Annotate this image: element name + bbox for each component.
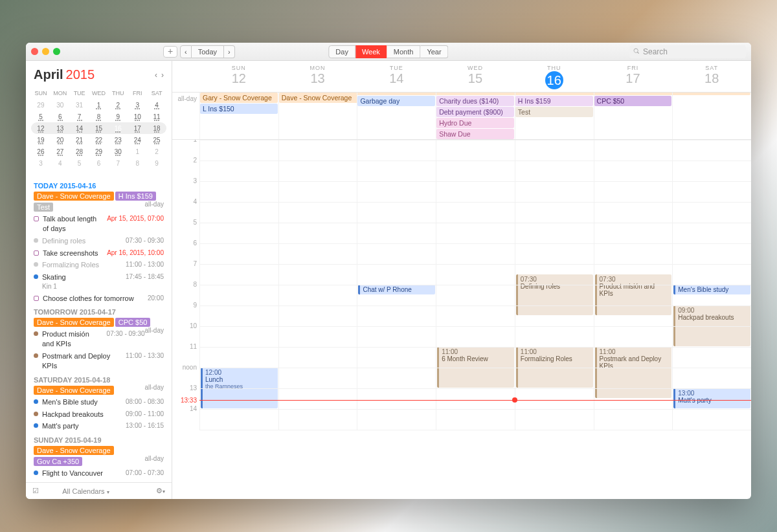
- mini-day[interactable]: 8: [128, 160, 147, 167]
- mini-day[interactable]: 28: [70, 148, 89, 155]
- mini-day[interactable]: 29: [89, 148, 109, 155]
- mini-prev-button[interactable]: ‹: [155, 71, 157, 80]
- event-chip[interactable]: Dave - Snow Coverage: [34, 318, 114, 327]
- view-tab-day[interactable]: Day: [328, 45, 355, 58]
- close-icon[interactable]: [31, 48, 38, 55]
- allday-event[interactable]: Charity dues ($140): [436, 96, 514, 106]
- mini-day[interactable]: 23: [108, 137, 128, 144]
- allday-column[interactable]: Dave - Snow Coverage: [278, 93, 357, 139]
- mini-day[interactable]: 21: [70, 137, 89, 144]
- calendar-event[interactable]: 11:00Postmark and Deploy KPIs: [595, 347, 672, 398]
- allday-column[interactable]: [672, 93, 751, 139]
- mini-day[interactable]: 4: [51, 160, 70, 167]
- allday-event[interactable]: H Ins $159: [515, 96, 593, 106]
- event-chip[interactable]: Dave - Snow Coverage: [34, 192, 114, 201]
- allday-column[interactable]: Garbage day: [357, 93, 436, 139]
- calendar-filter-button[interactable]: All Calendars ▾: [62, 487, 109, 495]
- allday-event[interactable]: CPC $50: [594, 96, 672, 106]
- mini-day[interactable]: 9: [108, 113, 128, 120]
- checkmark-icon[interactable]: ☑︎: [32, 487, 39, 495]
- allday-column[interactable]: H Ins $159Test: [515, 93, 594, 139]
- mini-day[interactable]: 10: [128, 113, 147, 120]
- agenda-item[interactable]: Postmark and Deploy KPIs11:00 - 13:30: [34, 351, 164, 371]
- mini-day[interactable]: 31: [70, 102, 89, 109]
- mini-day[interactable]: 11: [147, 113, 166, 120]
- allday-event[interactable]: [515, 93, 594, 95]
- agenda-item[interactable]: Take screenshotsApr 16, 2015, 10:00: [34, 249, 164, 258]
- mini-day[interactable]: 20: [51, 137, 70, 144]
- mini-day[interactable]: 12: [31, 125, 51, 132]
- agenda-item[interactable]: Talk about length of daysApr 15, 2015, 0…: [34, 214, 164, 234]
- allday-event[interactable]: Hydro Due: [436, 118, 514, 128]
- mini-day[interactable]: 9: [147, 160, 166, 167]
- mini-day[interactable]: 1: [128, 148, 147, 155]
- mini-calendar[interactable]: SUNMONTUEWEDTHUFRISAT 293031123456789101…: [26, 85, 172, 173]
- calendar-event[interactable]: 13:00Matt's party: [673, 388, 750, 408]
- allday-column[interactable]: CPC $50: [594, 93, 673, 139]
- event-chip[interactable]: CPC $50: [115, 318, 151, 327]
- mini-day[interactable]: 7: [108, 160, 128, 167]
- agenda-item[interactable]: Product misión and KPIs07:30 - 09:30: [34, 329, 145, 349]
- today-button[interactable]: Today: [192, 45, 224, 58]
- mini-day[interactable]: 30: [108, 148, 128, 155]
- checkbox-icon[interactable]: [34, 216, 39, 221]
- minimize-icon[interactable]: [42, 48, 49, 55]
- zoom-icon[interactable]: [53, 48, 60, 55]
- allday-event[interactable]: L Ins $150: [200, 104, 278, 114]
- search-input[interactable]: Search: [629, 45, 746, 58]
- mini-day[interactable]: 7: [70, 113, 89, 120]
- calendar-event[interactable]: 07:30Defining roles: [516, 274, 593, 315]
- allday-event[interactable]: Test: [515, 107, 593, 117]
- mini-day[interactable]: 8: [89, 113, 109, 120]
- event-chip[interactable]: Dave - Snow Coverage: [34, 386, 114, 395]
- mini-day[interactable]: 13: [51, 125, 70, 132]
- mini-day[interactable]: 6: [89, 160, 109, 167]
- allday-event[interactable]: Dave - Snow Coverage: [279, 93, 358, 103]
- mini-day[interactable]: 30: [51, 102, 70, 109]
- agenda-item[interactable]: Defining roles07:30 - 09:30: [34, 236, 164, 246]
- day-header[interactable]: WED15: [436, 61, 515, 92]
- agenda-item[interactable]: SkatingKin 117:45 - 18:45: [34, 272, 164, 291]
- day-header[interactable]: MON13: [278, 61, 357, 92]
- mini-day[interactable]: 5: [70, 160, 89, 167]
- event-chip[interactable]: Dave - Snow Coverage: [34, 446, 114, 455]
- next-week-button[interactable]: ›: [224, 45, 235, 58]
- week-grid[interactable]: 1234567891011noon1314 12:00Lunchthe Ramn…: [172, 140, 751, 499]
- mini-day[interactable]: 17: [128, 125, 147, 132]
- mini-day[interactable]: 19: [31, 137, 51, 144]
- day-header[interactable]: THU16: [515, 61, 594, 92]
- mini-day[interactable]: 16: [108, 125, 128, 132]
- mini-day[interactable]: 2: [147, 148, 166, 155]
- add-event-button[interactable]: +: [163, 46, 177, 58]
- allday-column[interactable]: Charity dues ($140)Debt payment ($900)Hy…: [436, 93, 515, 139]
- day-header[interactable]: SUN12: [199, 61, 278, 92]
- mini-next-button[interactable]: ›: [161, 71, 164, 80]
- mini-day[interactable]: 14: [70, 125, 89, 132]
- mini-day[interactable]: 29: [31, 102, 51, 109]
- calendar-event[interactable]: Chat w/ P Rhone: [358, 285, 435, 294]
- checkbox-icon[interactable]: [34, 296, 39, 301]
- mini-day[interactable]: 5: [31, 113, 51, 120]
- calendar-event[interactable]: 07:30Product misión and KPIs: [595, 274, 672, 315]
- mini-day[interactable]: 24: [128, 137, 147, 144]
- allday-event[interactable]: [673, 93, 750, 95]
- agenda-list[interactable]: TODAY 2015-04-16Dave - Snow CoverageH In…: [26, 173, 172, 482]
- calendar-event[interactable]: Men's Bible study: [673, 285, 750, 294]
- agenda-item[interactable]: Choose clothes for tomorrow20:00: [34, 294, 164, 304]
- agenda-item[interactable]: Flight to Vancouver07:00 - 07:30: [34, 469, 164, 478]
- view-tab-week[interactable]: Week: [355, 45, 387, 58]
- agenda-item[interactable]: Hackpad breakouts09:00 - 11:00: [34, 410, 164, 419]
- day-header[interactable]: SAT18: [672, 61, 751, 92]
- view-tab-year[interactable]: Year: [420, 45, 448, 58]
- event-chip[interactable]: Test: [34, 203, 53, 212]
- allday-event[interactable]: Garbage day: [357, 96, 435, 106]
- mini-day[interactable]: 26: [31, 148, 51, 155]
- allday-event[interactable]: [594, 93, 673, 95]
- allday-event[interactable]: Shaw Due: [436, 129, 514, 139]
- day-header[interactable]: TUE14: [357, 61, 436, 92]
- prev-week-button[interactable]: ‹: [180, 45, 192, 58]
- mini-day[interactable]: 18: [147, 125, 166, 132]
- mini-day[interactable]: 27: [51, 148, 70, 155]
- agenda-item[interactable]: Formalizing Roles11:00 - 13:00: [34, 260, 164, 270]
- event-chip[interactable]: Gov Ca +350: [34, 457, 82, 466]
